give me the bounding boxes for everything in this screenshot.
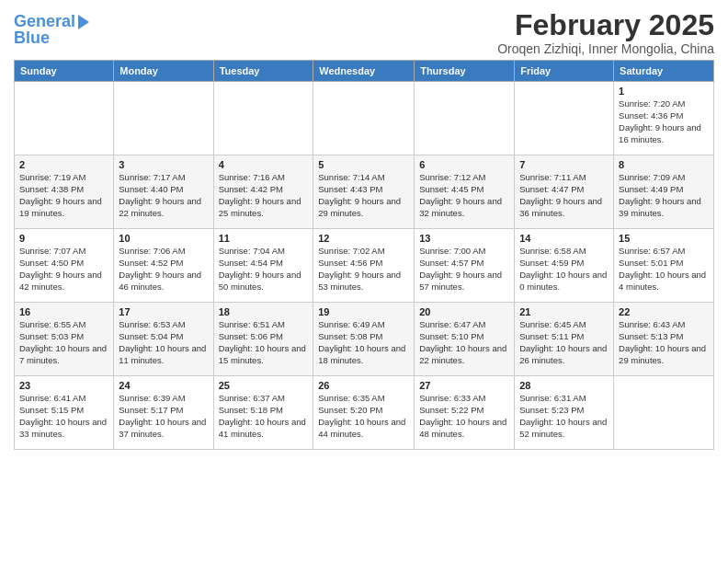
day-info: Sunrise: 7:19 AM Sunset: 4:38 PM Dayligh… — [19, 172, 108, 219]
table-row: 14Sunrise: 6:58 AM Sunset: 4:59 PM Dayli… — [515, 229, 614, 303]
day-number: 4 — [219, 159, 309, 170]
day-info: Sunrise: 7:17 AM Sunset: 4:40 PM Dayligh… — [119, 172, 208, 219]
table-row: 10Sunrise: 7:06 AM Sunset: 4:52 PM Dayli… — [114, 229, 213, 303]
col-sunday: Sunday — [15, 61, 114, 82]
table-row: 23Sunrise: 6:41 AM Sunset: 5:15 PM Dayli… — [15, 376, 114, 450]
day-info: Sunrise: 7:16 AM Sunset: 4:42 PM Dayligh… — [219, 172, 309, 219]
day-info: Sunrise: 6:39 AM Sunset: 5:17 PM Dayligh… — [119, 393, 208, 440]
table-row: 17Sunrise: 6:53 AM Sunset: 5:04 PM Dayli… — [114, 303, 213, 376]
day-info: Sunrise: 6:57 AM Sunset: 5:01 PM Dayligh… — [619, 246, 709, 293]
day-number: 6 — [419, 159, 509, 170]
table-row: 20Sunrise: 6:47 AM Sunset: 5:10 PM Dayli… — [415, 303, 515, 376]
calendar-week-1: 1Sunrise: 7:20 AM Sunset: 4:36 PM Daylig… — [15, 82, 714, 155]
table-row — [515, 82, 614, 155]
col-thursday: Thursday — [415, 61, 515, 82]
day-number: 5 — [318, 159, 409, 170]
day-number: 13 — [419, 233, 509, 244]
day-number: 15 — [619, 233, 709, 244]
table-row: 3Sunrise: 7:17 AM Sunset: 4:40 PM Daylig… — [114, 155, 213, 229]
table-row — [15, 82, 114, 155]
calendar-subtitle: Oroqen Zizhiqi, Inner Mongolia, China — [497, 41, 714, 56]
table-row: 21Sunrise: 6:45 AM Sunset: 5:11 PM Dayli… — [515, 303, 614, 376]
table-row: 12Sunrise: 7:02 AM Sunset: 4:56 PM Dayli… — [313, 229, 415, 303]
day-number: 11 — [219, 233, 309, 244]
day-number: 21 — [519, 306, 609, 317]
day-info: Sunrise: 6:47 AM Sunset: 5:10 PM Dayligh… — [419, 319, 509, 366]
day-info: Sunrise: 7:07 AM Sunset: 4:50 PM Dayligh… — [19, 246, 108, 293]
table-row: 25Sunrise: 6:37 AM Sunset: 5:18 PM Dayli… — [213, 376, 313, 450]
col-wednesday: Wednesday — [313, 61, 415, 82]
col-saturday: Saturday — [614, 61, 714, 82]
day-number: 2 — [19, 159, 108, 170]
calendar-table: Sunday Monday Tuesday Wednesday Thursday… — [14, 60, 714, 450]
table-row: 16Sunrise: 6:55 AM Sunset: 5:03 PM Dayli… — [15, 303, 114, 376]
day-info: Sunrise: 6:55 AM Sunset: 5:03 PM Dayligh… — [19, 319, 108, 366]
day-info: Sunrise: 7:04 AM Sunset: 4:54 PM Dayligh… — [219, 246, 309, 293]
table-row — [614, 376, 714, 450]
logo-blue-text: Blue — [14, 29, 50, 48]
table-row: 2Sunrise: 7:19 AM Sunset: 4:38 PM Daylig… — [15, 155, 114, 229]
table-row: 15Sunrise: 6:57 AM Sunset: 5:01 PM Dayli… — [614, 229, 714, 303]
day-info: Sunrise: 6:58 AM Sunset: 4:59 PM Dayligh… — [519, 246, 609, 293]
day-number: 28 — [519, 380, 609, 391]
table-row: 8Sunrise: 7:09 AM Sunset: 4:49 PM Daylig… — [614, 155, 714, 229]
day-info: Sunrise: 6:43 AM Sunset: 5:13 PM Dayligh… — [619, 319, 709, 366]
calendar-header-row: Sunday Monday Tuesday Wednesday Thursday… — [15, 61, 714, 82]
day-number: 9 — [19, 233, 108, 244]
day-number: 10 — [119, 233, 208, 244]
table-row — [415, 82, 515, 155]
table-row: 26Sunrise: 6:35 AM Sunset: 5:20 PM Dayli… — [313, 376, 415, 450]
day-info: Sunrise: 7:00 AM Sunset: 4:57 PM Dayligh… — [419, 246, 509, 293]
day-number: 1 — [619, 86, 709, 97]
day-number: 3 — [119, 159, 208, 170]
table-row: 24Sunrise: 6:39 AM Sunset: 5:17 PM Dayli… — [114, 376, 213, 450]
day-number: 12 — [318, 233, 409, 244]
day-number: 17 — [119, 306, 208, 317]
table-row: 7Sunrise: 7:11 AM Sunset: 4:47 PM Daylig… — [515, 155, 614, 229]
col-friday: Friday — [515, 61, 614, 82]
day-info: Sunrise: 6:33 AM Sunset: 5:22 PM Dayligh… — [419, 393, 509, 440]
table-row — [114, 82, 213, 155]
day-info: Sunrise: 6:45 AM Sunset: 5:11 PM Dayligh… — [519, 319, 609, 366]
day-info: Sunrise: 6:31 AM Sunset: 5:23 PM Dayligh… — [519, 393, 609, 440]
day-info: Sunrise: 6:51 AM Sunset: 5:06 PM Dayligh… — [219, 319, 309, 366]
day-info: Sunrise: 6:53 AM Sunset: 5:04 PM Dayligh… — [119, 319, 208, 366]
table-row: 13Sunrise: 7:00 AM Sunset: 4:57 PM Dayli… — [415, 229, 515, 303]
col-monday: Monday — [114, 61, 213, 82]
calendar-title: February 2025 — [497, 9, 714, 41]
day-number: 8 — [619, 159, 709, 170]
day-number: 20 — [419, 306, 509, 317]
day-info: Sunrise: 7:12 AM Sunset: 4:45 PM Dayligh… — [419, 172, 509, 219]
calendar-week-5: 23Sunrise: 6:41 AM Sunset: 5:15 PM Dayli… — [15, 376, 714, 450]
day-info: Sunrise: 7:09 AM Sunset: 4:49 PM Dayligh… — [619, 172, 709, 219]
day-number: 14 — [519, 233, 609, 244]
page-container: General Blue February 2025 Oroqen Zizhiq… — [0, 0, 728, 459]
table-row: 27Sunrise: 6:33 AM Sunset: 5:22 PM Dayli… — [415, 376, 515, 450]
calendar-week-3: 9Sunrise: 7:07 AM Sunset: 4:50 PM Daylig… — [15, 229, 714, 303]
table-row: 4Sunrise: 7:16 AM Sunset: 4:42 PM Daylig… — [213, 155, 313, 229]
day-number: 18 — [219, 306, 309, 317]
day-info: Sunrise: 6:49 AM Sunset: 5:08 PM Dayligh… — [318, 319, 409, 366]
day-number: 24 — [119, 380, 208, 391]
day-number: 22 — [619, 306, 709, 317]
day-info: Sunrise: 7:14 AM Sunset: 4:43 PM Dayligh… — [318, 172, 409, 219]
day-info: Sunrise: 6:37 AM Sunset: 5:18 PM Dayligh… — [219, 393, 309, 440]
day-number: 26 — [318, 380, 409, 391]
col-tuesday: Tuesday — [213, 61, 313, 82]
table-row: 6Sunrise: 7:12 AM Sunset: 4:45 PM Daylig… — [415, 155, 515, 229]
table-row: 1Sunrise: 7:20 AM Sunset: 4:36 PM Daylig… — [614, 82, 714, 155]
table-row — [213, 82, 313, 155]
day-info: Sunrise: 7:02 AM Sunset: 4:56 PM Dayligh… — [318, 246, 409, 293]
day-number: 27 — [419, 380, 509, 391]
day-info: Sunrise: 6:41 AM Sunset: 5:15 PM Dayligh… — [19, 393, 108, 440]
day-number: 7 — [519, 159, 609, 170]
day-info: Sunrise: 7:06 AM Sunset: 4:52 PM Dayligh… — [119, 246, 208, 293]
table-row: 9Sunrise: 7:07 AM Sunset: 4:50 PM Daylig… — [15, 229, 114, 303]
table-row: 11Sunrise: 7:04 AM Sunset: 4:54 PM Dayli… — [213, 229, 313, 303]
header: General Blue February 2025 Oroqen Zizhiq… — [14, 9, 714, 56]
day-number: 16 — [19, 306, 108, 317]
table-row: 5Sunrise: 7:14 AM Sunset: 4:43 PM Daylig… — [313, 155, 415, 229]
table-row: 19Sunrise: 6:49 AM Sunset: 5:08 PM Dayli… — [313, 303, 415, 376]
day-number: 23 — [19, 380, 108, 391]
day-number: 19 — [318, 306, 409, 317]
